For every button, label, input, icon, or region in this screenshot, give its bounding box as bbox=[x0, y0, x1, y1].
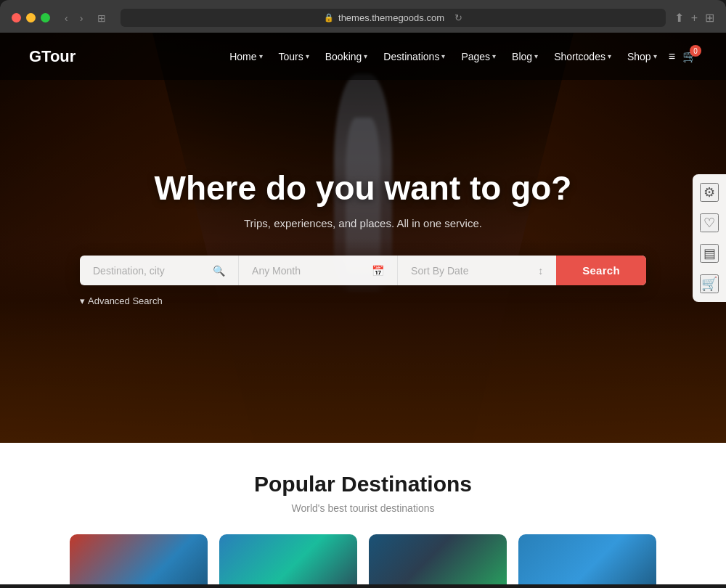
section-title: Popular Destinations bbox=[29, 472, 697, 497]
search-icon: 🔍 bbox=[213, 265, 225, 277]
browser-window: ‹ › ⊞ 🔒 themes.themegoods.com ↻ ⬆ + ⊞ bbox=[0, 0, 726, 33]
nav-link-booking[interactable]: Booking ▾ bbox=[319, 46, 374, 67]
nav-item-destinations[interactable]: Destinations ▾ bbox=[378, 46, 451, 67]
chevron-down-icon: ▾ bbox=[80, 295, 85, 306]
sort-icon: ↕ bbox=[538, 265, 543, 277]
chevron-down-icon: ▾ bbox=[534, 52, 538, 60]
hero-content: Where do you want to go? Trips, experien… bbox=[51, 169, 675, 307]
sort-field[interactable]: ↕ bbox=[398, 256, 556, 285]
nav-buttons: ‹ › bbox=[62, 11, 86, 25]
nav-icons: ≡ 🛒 0 bbox=[669, 49, 697, 63]
back-button[interactable]: ‹ bbox=[62, 11, 71, 25]
nav-link-shop[interactable]: Shop ▾ bbox=[621, 46, 663, 67]
destination-card-4[interactable] bbox=[518, 534, 656, 584]
destination-card-1[interactable] bbox=[70, 534, 208, 584]
destination-card-2[interactable] bbox=[219, 534, 357, 584]
hero-section: ⚙ ♡ ▤ 🛒 Where do you want to go? Trips, … bbox=[0, 33, 726, 443]
chevron-down-icon: ▾ bbox=[259, 52, 263, 60]
grid-icon[interactable]: ⊞ bbox=[94, 11, 109, 25]
nav-link-blog[interactable]: Blog ▾ bbox=[506, 46, 544, 67]
settings-icon[interactable]: ⚙ bbox=[700, 183, 719, 202]
chevron-down-icon: ▾ bbox=[492, 52, 496, 60]
menu-icon[interactable]: ≡ bbox=[669, 50, 675, 63]
nav-item-home[interactable]: Home ▾ bbox=[224, 46, 268, 67]
browser-toolbar-right: ⬆ + ⊞ bbox=[674, 11, 714, 25]
calendar-icon: 📅 bbox=[372, 265, 384, 277]
wishlist-icon[interactable]: ♡ bbox=[700, 213, 719, 232]
cart-icon[interactable]: 🛒 bbox=[700, 274, 719, 293]
close-dot[interactable] bbox=[12, 13, 21, 23]
list-icon[interactable]: ▤ bbox=[700, 244, 719, 263]
hero-title: Where do you want to go? bbox=[80, 169, 646, 208]
window-controls bbox=[12, 13, 50, 23]
website-content: GTour Home ▾ Tours ▾ Booking ▾ bbox=[0, 33, 726, 584]
nav-item-shop[interactable]: Shop ▾ bbox=[621, 46, 663, 67]
reload-button[interactable]: ↻ bbox=[454, 12, 462, 23]
chevron-down-icon: ▾ bbox=[653, 52, 657, 60]
nav-link-tours[interactable]: Tours ▾ bbox=[273, 46, 315, 67]
advanced-search-toggle[interactable]: ▾ Advanced Search bbox=[80, 295, 646, 306]
nav-link-pages[interactable]: Pages ▾ bbox=[455, 46, 502, 67]
chevron-down-icon: ▾ bbox=[364, 52, 367, 60]
nav-link-destinations[interactable]: Destinations ▾ bbox=[378, 46, 451, 67]
maximize-dot[interactable] bbox=[41, 13, 50, 23]
minimize-dot[interactable] bbox=[26, 13, 36, 23]
address-bar[interactable]: 🔒 themes.themegoods.com ↻ bbox=[121, 9, 665, 27]
month-field[interactable]: 📅 bbox=[239, 256, 398, 285]
nav-item-pages[interactable]: Pages ▾ bbox=[455, 46, 502, 67]
right-sidebar: ⚙ ♡ ▤ 🛒 bbox=[693, 174, 726, 302]
advanced-search-label: Advanced Search bbox=[88, 295, 163, 306]
nav-menu: Home ▾ Tours ▾ Booking ▾ Destinations bbox=[224, 46, 663, 67]
chevron-down-icon: ▾ bbox=[441, 52, 445, 60]
destinations-section: Popular Destinations World's best touris… bbox=[0, 443, 726, 584]
section-subtitle: World's best tourist destinations bbox=[29, 502, 697, 514]
cart-badge: 0 bbox=[690, 45, 701, 57]
site-navigation: GTour Home ▾ Tours ▾ Booking ▾ bbox=[0, 33, 726, 80]
destination-card-3[interactable] bbox=[369, 534, 507, 584]
cart-button[interactable]: 🛒 0 bbox=[682, 49, 697, 63]
destination-field[interactable]: 🔍 bbox=[80, 256, 239, 285]
extensions-button[interactable]: ⊞ bbox=[705, 11, 714, 25]
nav-link-shortcodes[interactable]: Shortcodes ▾ bbox=[548, 46, 617, 67]
url-text: themes.themegoods.com bbox=[338, 12, 444, 23]
sort-input[interactable] bbox=[411, 265, 532, 277]
destination-input[interactable] bbox=[93, 265, 207, 277]
search-button[interactable]: Search bbox=[556, 256, 646, 285]
month-input[interactable] bbox=[252, 265, 366, 277]
nav-item-booking[interactable]: Booking ▾ bbox=[319, 46, 374, 67]
nav-item-blog[interactable]: Blog ▾ bbox=[506, 46, 544, 67]
search-bar: 🔍 📅 ↕ Search bbox=[80, 256, 646, 285]
nav-link-home[interactable]: Home ▾ bbox=[224, 46, 268, 67]
chevron-down-icon: ▾ bbox=[306, 52, 309, 60]
destination-cards bbox=[29, 534, 697, 584]
share-button[interactable]: ⬆ bbox=[674, 11, 684, 25]
chevron-down-icon: ▾ bbox=[608, 52, 611, 60]
new-tab-button[interactable]: + bbox=[691, 12, 698, 25]
nav-item-tours[interactable]: Tours ▾ bbox=[273, 46, 315, 67]
browser-titlebar: ‹ › ⊞ 🔒 themes.themegoods.com ↻ ⬆ + ⊞ bbox=[0, 0, 726, 33]
lock-icon: 🔒 bbox=[324, 13, 334, 23]
forward-button[interactable]: › bbox=[77, 11, 86, 25]
logo-text: GTour bbox=[29, 47, 76, 65]
nav-item-shortcodes[interactable]: Shortcodes ▾ bbox=[548, 46, 617, 67]
hero-subtitle: Trips, experiences, and places. All in o… bbox=[80, 217, 646, 229]
site-logo: GTour bbox=[29, 47, 76, 66]
